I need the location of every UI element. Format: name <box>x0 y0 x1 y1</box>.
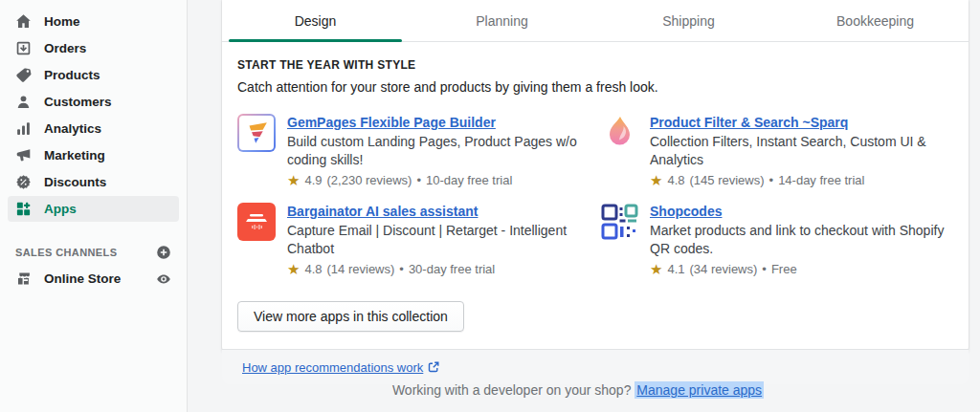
plus-circle-icon[interactable] <box>156 245 171 260</box>
sidebar-item-orders[interactable]: Orders <box>8 35 179 61</box>
app-description: Capture Email | Discount | Retarget - In… <box>287 222 590 258</box>
tab-bookkeeping[interactable]: Bookkeeping <box>782 0 969 41</box>
analytics-icon <box>15 120 32 137</box>
tab-design[interactable]: Design <box>222 0 409 41</box>
card-footer: How app recommendations work <box>222 349 969 384</box>
view-more-apps-button[interactable]: View more apps in this collection <box>237 301 464 332</box>
footer-link-label: How app recommendations work <box>242 360 423 375</box>
dot-separator: • <box>416 173 421 187</box>
rating-value: 4.1 <box>667 262 684 276</box>
rating-value: 4.8 <box>667 173 684 187</box>
dot-separator: • <box>769 173 774 187</box>
app-description: Build custom Landing Pages, Product Page… <box>287 133 590 169</box>
app-card-shopcodes[interactable]: Shopcodes Market products and link to ch… <box>600 203 953 276</box>
app-description: Collection Filters, Instant Search, Cust… <box>650 133 953 169</box>
app-rating-row: ★ 4.8 (14 reviews) • 30-day free trial <box>287 262 590 276</box>
sparq-flame-icon <box>600 114 638 152</box>
products-icon <box>15 67 32 83</box>
sidebar-item-label: Online Store <box>44 271 121 286</box>
review-count: (2,230 reviews) <box>327 173 412 187</box>
sidebar-item-label: Apps <box>44 202 77 216</box>
star-icon: ★ <box>650 263 662 276</box>
app-card-sparq[interactable]: Product Filter & Search ~Sparq Collectio… <box>600 114 953 187</box>
sidebar-item-label: Customers <box>44 95 112 109</box>
star-icon: ★ <box>287 174 300 187</box>
orders-icon <box>15 40 32 56</box>
pricing-label: 30-day free trial <box>409 262 495 276</box>
sidebar-item-marketing[interactable]: Marketing <box>8 142 179 168</box>
tab-label: Design <box>295 13 337 29</box>
pricing-label: Free <box>771 262 797 276</box>
sidebar-item-online-store[interactable]: Online Store <box>8 266 179 292</box>
app-card-gempages[interactable]: GemPages Flexible Page Builder Build cus… <box>237 114 590 187</box>
discounts-icon <box>15 174 32 190</box>
tab-label: Bookkeeping <box>836 13 914 29</box>
main-content: Design Planning Shipping Bookkeeping STA… <box>188 0 980 412</box>
apps-icon <box>15 201 32 217</box>
star-icon: ★ <box>650 174 662 187</box>
sidebar-item-label: Analytics <box>44 121 101 136</box>
apps-grid: GemPages Flexible Page Builder Build cus… <box>237 114 953 276</box>
app-card-bargainator[interactable]: Bargainator AI sales assistant Capture E… <box>237 203 590 276</box>
collection-heading: START THE YEAR WITH STYLE <box>237 58 953 72</box>
collection-body: START THE YEAR WITH STYLE Catch attentio… <box>222 42 969 332</box>
app-title-link[interactable]: Shopcodes <box>650 204 722 219</box>
sidebar: Home Orders Products Customers Analytics… <box>0 0 188 412</box>
bargainator-chatbot-icon <box>237 203 276 241</box>
sidebar-item-customers[interactable]: Customers <box>8 89 179 115</box>
tab-label: Shipping <box>662 13 715 29</box>
app-recommendations-card: Design Planning Shipping Bookkeeping STA… <box>222 0 969 355</box>
manage-private-apps-link[interactable]: Manage private apps <box>635 381 764 399</box>
collection-tabs: Design Planning Shipping Bookkeeping <box>222 0 969 42</box>
review-count: (145 reviews) <box>690 173 765 187</box>
app-title-link[interactable]: Bargainator AI sales assistant <box>287 204 478 219</box>
app-description: Market products and link to checkout wit… <box>650 222 953 258</box>
collection-subheading: Catch attention for your store and produ… <box>237 79 953 95</box>
app-rating-row: ★ 4.1 (34 reviews) • Free <box>650 262 953 276</box>
storefront-icon <box>15 271 32 287</box>
app-title-link[interactable]: GemPages Flexible Page Builder <box>287 115 496 130</box>
developer-footer: Working with a developer on your shop? M… <box>188 382 969 398</box>
app-rating-row: ★ 4.8 (145 reviews) • 14-day free trial <box>650 173 953 187</box>
rating-value: 4.8 <box>304 262 322 276</box>
sidebar-item-home[interactable]: Home <box>8 9 179 34</box>
app-title-link[interactable]: Product Filter & Search ~Sparq <box>650 115 848 130</box>
tab-shipping[interactable]: Shipping <box>595 0 782 41</box>
sidebar-item-label: Orders <box>44 41 86 55</box>
tab-label: Planning <box>476 13 528 29</box>
app-rating-row: ★ 4.9 (2,230 reviews) • 10-day free tria… <box>287 173 590 187</box>
sidebar-item-analytics[interactable]: Analytics <box>8 116 179 141</box>
developer-question: Working with a developer on your shop? <box>392 382 632 398</box>
star-icon: ★ <box>287 263 300 276</box>
shopcodes-qr-icon <box>600 203 638 241</box>
external-link-icon <box>428 361 439 373</box>
sidebar-item-products[interactable]: Products <box>8 62 179 88</box>
sidebar-item-label: Products <box>44 68 100 82</box>
sidebar-item-label: Discounts <box>44 175 106 189</box>
dot-separator: • <box>399 262 404 276</box>
tab-planning[interactable]: Planning <box>409 0 595 41</box>
marketing-icon <box>15 147 32 163</box>
dot-separator: • <box>762 262 767 276</box>
sidebar-item-label: Marketing <box>44 148 105 163</box>
customers-icon <box>15 94 32 110</box>
home-icon <box>15 13 32 30</box>
sidebar-item-label: Home <box>44 14 80 29</box>
gempages-funnel-icon <box>237 114 276 152</box>
sales-channels-header: SALES CHANNELS <box>8 245 179 260</box>
review-count: (14 reviews) <box>327 262 395 276</box>
sidebar-item-apps[interactable]: Apps <box>8 196 179 222</box>
how-recommendations-work-link[interactable]: How app recommendations work <box>242 360 439 375</box>
review-count: (34 reviews) <box>690 262 758 276</box>
pricing-label: 14-day free trial <box>778 173 864 187</box>
eye-icon[interactable] <box>156 271 171 287</box>
sales-channels-label: SALES CHANNELS <box>15 247 117 258</box>
sidebar-item-discounts[interactable]: Discounts <box>8 169 179 195</box>
pricing-label: 10-day free trial <box>426 173 512 187</box>
rating-value: 4.9 <box>304 173 322 187</box>
